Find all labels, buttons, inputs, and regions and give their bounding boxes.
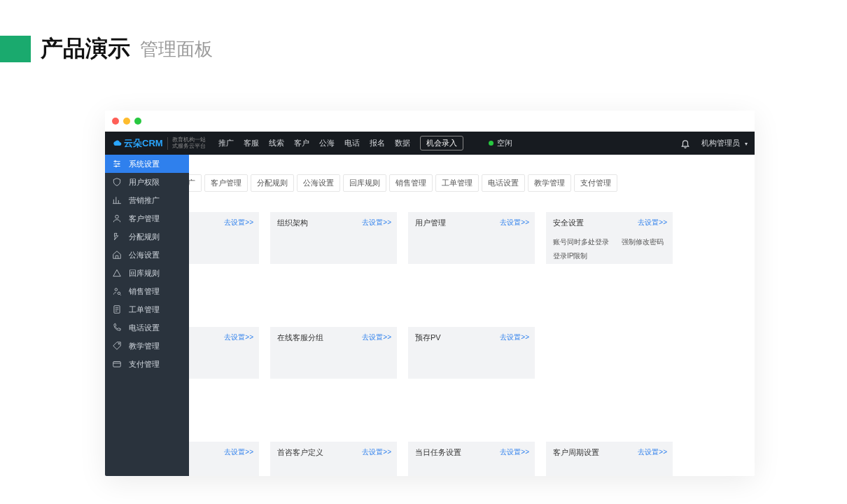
nav-item[interactable]: 线索 bbox=[269, 138, 284, 148]
search-person-icon bbox=[112, 286, 122, 296]
sidebar-item[interactable]: 教学管理 bbox=[105, 337, 189, 355]
svg-point-5 bbox=[118, 292, 120, 295]
sidebar-item-label: 分配规则 bbox=[129, 232, 160, 242]
sidebar: 系统设置用户权限营销推广客户管理分配规则公海设置回库规则销售管理工单管理电话设置… bbox=[105, 155, 189, 476]
shield-icon bbox=[112, 177, 122, 187]
sidebar-item-label: 支付管理 bbox=[129, 359, 160, 370]
brand-logo: 云朵CRM bbox=[112, 137, 163, 150]
card-detail-item: 账号同时多处登录 bbox=[553, 237, 609, 247]
sub-tab[interactable]: 回库规则 bbox=[343, 174, 386, 192]
sub-tab[interactable]: 公海设置 bbox=[297, 174, 340, 192]
sidebar-item-label: 公海设置 bbox=[129, 250, 160, 260]
go-settings-link[interactable]: 去设置>> bbox=[224, 218, 253, 227]
nav-item[interactable]: 报名 bbox=[370, 138, 385, 148]
sidebar-item-label: 销售管理 bbox=[129, 286, 160, 297]
sub-tab[interactable]: 工单管理 bbox=[435, 174, 479, 192]
go-settings-link[interactable]: 去设置>> bbox=[638, 218, 667, 227]
sidebar-item-label: 教学管理 bbox=[129, 341, 160, 351]
minimize-dot[interactable] bbox=[123, 118, 130, 125]
settings-card: 安全设置去设置>>账号同时多处登录强制修改密码登录IP限制 bbox=[546, 212, 673, 264]
nav-item[interactable]: 客服 bbox=[244, 138, 259, 148]
slide-subtitle: 管理面板 bbox=[140, 37, 213, 62]
sidebar-item[interactable]: 电话设置 bbox=[105, 318, 189, 337]
go-settings-link[interactable]: 去设置>> bbox=[362, 332, 391, 342]
sidebar-item[interactable]: 客户管理 bbox=[105, 209, 189, 227]
sliders-icon bbox=[112, 159, 122, 169]
brand-tagline: 教育机构一站式服务云平台 bbox=[172, 137, 206, 150]
chevron-down-icon: ▾ bbox=[745, 141, 748, 147]
user-menu[interactable]: 机构管理员 ▾ bbox=[701, 138, 748, 148]
app-window: 云朵CRM 教育机构一站式服务云平台 推广客服线索客户公海电话报名数据 机会录入… bbox=[105, 111, 755, 476]
sidebar-item[interactable]: 销售管理 bbox=[105, 282, 189, 300]
settings-card: 客户周期设置去设置>> bbox=[546, 442, 673, 476]
sub-tab[interactable]: 支付管理 bbox=[574, 174, 617, 192]
nav-items: 推广客服线索客户公海电话报名数据 bbox=[218, 138, 410, 148]
nav-item[interactable]: 推广 bbox=[218, 138, 234, 148]
slide-title: 产品演示 bbox=[41, 34, 130, 64]
card-title: 在线客服分组 bbox=[277, 332, 323, 343]
svg-point-4 bbox=[115, 288, 118, 291]
nav-item[interactable]: 电话 bbox=[344, 138, 360, 148]
go-settings-link[interactable]: 去设置>> bbox=[362, 447, 391, 457]
card-details: 账号同时多处登录强制修改密码登录IP限制 bbox=[553, 237, 666, 261]
go-settings-link[interactable]: 去设置>> bbox=[362, 218, 391, 227]
sidebar-item-label: 系统设置 bbox=[129, 159, 160, 169]
sidebar-item[interactable]: 用户权限 bbox=[105, 173, 189, 191]
go-settings-link[interactable]: 去设置>> bbox=[638, 447, 667, 457]
sidebar-item-label: 电话设置 bbox=[129, 323, 160, 333]
home-icon bbox=[112, 250, 122, 260]
sub-tab[interactable]: 电话设置 bbox=[482, 174, 525, 192]
tag-icon bbox=[112, 341, 122, 351]
settings-card: 组织架构去设置>> bbox=[270, 212, 397, 264]
sidebar-item[interactable]: 工单管理 bbox=[105, 300, 189, 318]
brand-separator bbox=[167, 137, 168, 150]
sidebar-item[interactable]: 公海设置 bbox=[105, 246, 189, 264]
settings-card: 在线客服分组去设置>> bbox=[270, 327, 397, 379]
sub-tabs: 广客户管理分配规则公海设置回库规则销售管理工单管理电话设置教学管理支付管理 bbox=[189, 174, 617, 192]
nav-item[interactable]: 数据 bbox=[395, 138, 410, 148]
person-icon bbox=[112, 214, 122, 223]
sidebar-item-label: 用户权限 bbox=[129, 177, 160, 188]
go-settings-link[interactable]: 去设置>> bbox=[500, 447, 529, 457]
sub-tab[interactable]: 分配规则 bbox=[251, 174, 294, 192]
sidebar-item[interactable]: 回库规则 bbox=[105, 264, 189, 282]
status-indicator: 空闲 bbox=[489, 138, 512, 148]
status-text: 空闲 bbox=[497, 138, 512, 148]
nav-item[interactable]: 客户 bbox=[294, 138, 309, 148]
card-detail-item: 登录IP限制 bbox=[553, 251, 587, 261]
sub-tab[interactable]: 广 bbox=[189, 174, 202, 192]
go-settings-link[interactable]: 去设置>> bbox=[500, 332, 529, 342]
card-title: 用户管理 bbox=[415, 218, 446, 228]
sidebar-item[interactable]: 营销推广 bbox=[105, 191, 189, 209]
svg-rect-8 bbox=[113, 362, 121, 368]
close-dot[interactable] bbox=[112, 118, 119, 125]
nav-item[interactable]: 公海 bbox=[319, 138, 335, 148]
sub-tab[interactable]: 教学管理 bbox=[528, 174, 571, 192]
settings-card: 则去设置>> bbox=[189, 442, 259, 476]
go-settings-link[interactable]: 去设置>> bbox=[224, 332, 253, 342]
status-led-icon bbox=[489, 141, 493, 146]
svg-point-7 bbox=[118, 343, 120, 344]
sidebar-item[interactable]: 系统设置 bbox=[105, 155, 189, 173]
window-titlebar bbox=[105, 111, 755, 132]
card-title: 客户周期设置 bbox=[553, 447, 599, 458]
content-area: 广客户管理分配规则公海设置回库规则销售管理工单管理电话设置教学管理支付管理 去设… bbox=[189, 155, 755, 476]
top-nav: 云朵CRM 教育机构一站式服务云平台 推广客服线索客户公海电话报名数据 机会录入… bbox=[105, 132, 755, 155]
settings-card: 首咨客户定义去设置>> bbox=[270, 442, 397, 476]
go-settings-link[interactable]: 去设置>> bbox=[500, 218, 529, 227]
sidebar-item[interactable]: 支付管理 bbox=[105, 355, 189, 373]
sidebar-item-label: 工单管理 bbox=[129, 304, 160, 315]
settings-card: 预存PV去设置>> bbox=[408, 327, 535, 379]
card-title: 首咨客户定义 bbox=[277, 447, 323, 458]
sub-tab[interactable]: 销售管理 bbox=[389, 174, 433, 192]
bell-icon[interactable] bbox=[680, 139, 690, 148]
sidebar-item-label: 客户管理 bbox=[129, 214, 160, 224]
card-detail-item: 强制修改密码 bbox=[622, 237, 664, 247]
record-entry-button[interactable]: 机会录入 bbox=[420, 136, 463, 150]
sub-tab[interactable]: 客户管理 bbox=[204, 174, 248, 192]
go-settings-link[interactable]: 去设置>> bbox=[224, 447, 253, 457]
slide-heading: 产品演示 管理面板 bbox=[0, 34, 213, 64]
maximize-dot[interactable] bbox=[134, 118, 141, 125]
sidebar-item[interactable]: 分配规则 bbox=[105, 227, 189, 246]
sidebar-item-label: 回库规则 bbox=[129, 268, 160, 279]
